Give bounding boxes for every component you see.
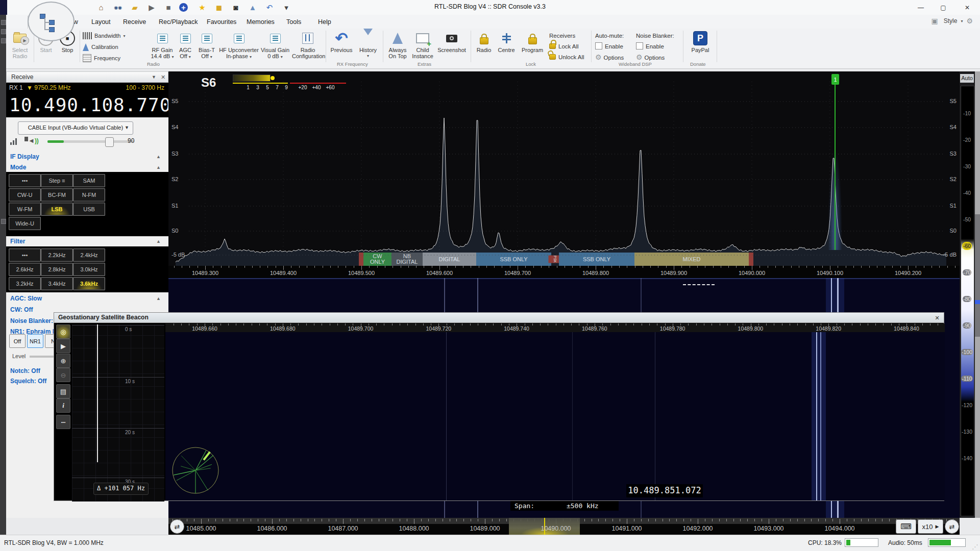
auto-mute-enable-checkbox[interactable]: Enable bbox=[595, 41, 624, 52]
beacon-popup[interactable]: Geostationary Satellite Beacon ✕ ◎▶⊕⊖▤i•… bbox=[54, 312, 944, 501]
cone-icon[interactable]: ▲ bbox=[247, 2, 259, 13]
tab-favourites[interactable]: Favourites bbox=[200, 16, 243, 28]
audio-device-select[interactable]: CABLE Input (VB-Audio Virtual Cable) ▼ bbox=[18, 121, 133, 135]
tuned-frequency[interactable]: 10.490.108.770 bbox=[9, 94, 171, 115]
camera-icon[interactable]: ◙ bbox=[230, 2, 242, 13]
scrollbar-thumb[interactable] bbox=[975, 214, 980, 337]
app-menu-button[interactable] bbox=[28, 2, 75, 41]
scroll-left-button[interactable]: ⇄ bbox=[170, 519, 184, 534]
lock-all-button[interactable]: Lock All bbox=[549, 41, 584, 52]
folder-icon[interactable]: ▰ bbox=[129, 2, 141, 13]
screenshot-button[interactable]: Screenshot bbox=[436, 30, 468, 53]
nr-nr1-button[interactable]: NR1 bbox=[27, 334, 43, 348]
play-icon[interactable]: ▶ bbox=[145, 2, 158, 13]
tuning-marker-line[interactable] bbox=[835, 85, 836, 250]
maximize-button[interactable]: ▢ bbox=[932, 0, 954, 15]
rf-gain-button[interactable]: RF Gain 14.4 dB ▾ bbox=[150, 30, 175, 60]
popup-close-icon[interactable]: ✕ bbox=[933, 314, 941, 322]
info-icon[interactable]: i bbox=[56, 398, 70, 413]
unlock-all-button[interactable]: Unlock All bbox=[549, 52, 584, 63]
mode-button-bc-fm[interactable]: BC-FM bbox=[41, 188, 73, 202]
noise-blanker-enable-checkbox[interactable]: Enable bbox=[636, 41, 674, 52]
calibration-button[interactable]: Calibration bbox=[83, 42, 118, 52]
popup-waterfall[interactable]: 10.489.851.072 bbox=[165, 332, 945, 500]
mode-button-sam[interactable]: SAM bbox=[73, 174, 105, 187]
previous-button[interactable]: ↶ Previous bbox=[329, 30, 354, 53]
agc-button[interactable]: AGC Off ▾ bbox=[176, 30, 195, 60]
always-on-top-button[interactable]: Always On Top bbox=[386, 30, 409, 59]
speaker-icon[interactable]: ◄)) bbox=[24, 137, 39, 144]
tab-rec-playback[interactable]: Rec/Playback bbox=[152, 16, 204, 28]
cw-row[interactable]: CW: Off bbox=[10, 306, 33, 313]
keyboard-entry-button[interactable]: ⌨ bbox=[896, 519, 916, 534]
home-icon[interactable]: ⌂ bbox=[95, 2, 107, 13]
filter-section[interactable]: Filter bbox=[10, 238, 25, 245]
mode-button-lsb[interactable]: LSB bbox=[41, 203, 73, 216]
frequency-button[interactable]: Frequency bbox=[83, 53, 120, 63]
popup-frequency-ruler[interactable]: 10489.66010489.68010489.70010489.7201048… bbox=[165, 323, 945, 332]
add-icon[interactable]: + bbox=[179, 3, 188, 12]
mode-button-n-fm[interactable]: N-FM bbox=[73, 188, 105, 202]
mode-button-w-fm[interactable]: W-FM bbox=[9, 203, 41, 216]
star-icon[interactable]: ★ bbox=[196, 2, 208, 13]
volume-slider[interactable] bbox=[47, 140, 134, 143]
close-button[interactable]: ✕ bbox=[954, 0, 980, 15]
child-instance-button[interactable]: Child Instance bbox=[410, 30, 435, 59]
agc-row[interactable]: AGC: Slow bbox=[10, 295, 42, 302]
collapse-icon[interactable]: ▲ bbox=[156, 239, 161, 244]
lock-program-button[interactable]: Program bbox=[520, 30, 545, 53]
paypal-button[interactable]: P PayPal bbox=[686, 30, 715, 53]
history-button[interactable]: History ▾ bbox=[356, 30, 380, 59]
zoom-in-icon[interactable]: ⊕ bbox=[56, 354, 70, 368]
bias-t-button[interactable]: Bias-T Off ▾ bbox=[196, 30, 217, 60]
zoom-step-button[interactable]: x10▶ bbox=[918, 519, 943, 534]
play-icon[interactable]: ▶ bbox=[56, 339, 70, 353]
lock-radio-button[interactable]: Radio bbox=[474, 30, 494, 53]
filter-button-3.2khz[interactable]: 3.2kHz bbox=[9, 277, 41, 290]
users-icon[interactable]: ◉◉ bbox=[112, 2, 124, 13]
resize-grip[interactable]: ⋰ bbox=[972, 543, 978, 550]
mode-button-cw-u[interactable]: CW-U bbox=[9, 188, 41, 202]
lock-centre-button[interactable]: Centre bbox=[495, 30, 518, 53]
notch-row[interactable]: Notch: Off bbox=[10, 367, 40, 374]
filter-button--[interactable]: ••• bbox=[9, 248, 41, 262]
mode-button-step-[interactable]: Step ≡ bbox=[41, 174, 73, 187]
tab-layout[interactable]: Layout bbox=[85, 16, 117, 28]
filter-button-2.2khz[interactable]: 2.2kHz bbox=[41, 248, 73, 262]
lock-icon[interactable]: ◼ bbox=[213, 2, 225, 13]
tab-tools[interactable]: Tools bbox=[280, 16, 308, 28]
more-icon[interactable]: ▾ bbox=[280, 2, 292, 13]
mode-button-usb[interactable]: USB bbox=[73, 203, 105, 216]
panel-close-icon[interactable]: ✕ bbox=[161, 72, 165, 83]
scroll-right-button[interactable]: ⇄ bbox=[945, 519, 959, 534]
receive-panel-header[interactable]: Receive ▼ ✕ bbox=[6, 71, 168, 83]
stop-icon[interactable]: ■ bbox=[162, 2, 175, 13]
minimize-button[interactable]: — bbox=[910, 0, 932, 15]
nr-off-button[interactable]: Off bbox=[9, 334, 26, 348]
filter-button-3.6khz[interactable]: 3.6kHz bbox=[73, 277, 105, 290]
band-navigation-ruler[interactable]: 10485.00010486.00010487.00010488.0001048… bbox=[168, 518, 960, 535]
spectrum-frequency-ruler[interactable]: 10489.30010489.40010489.50010489.6001048… bbox=[168, 266, 960, 278]
rx-marker-flag[interactable]: 1 bbox=[831, 74, 839, 85]
mode-button-wide-u[interactable]: Wide-U bbox=[9, 217, 41, 230]
lo-frequency[interactable]: ▼ 9750.25 MHz bbox=[27, 84, 71, 91]
style-selector[interactable]: ▣ Style ▾ ⚙ bbox=[932, 17, 975, 25]
rx-label[interactable]: RX 1 bbox=[9, 84, 23, 91]
mode-section[interactable]: Mode bbox=[10, 164, 26, 171]
squelch-row[interactable]: Squelch: Off bbox=[10, 378, 46, 385]
volume-handle[interactable] bbox=[105, 137, 114, 147]
spectrum-display[interactable]: CW ONLYNB DIGITALDIGITALSSB ONLYPSKSSB O… bbox=[168, 71, 960, 266]
filter-button-3.0khz[interactable]: 3.0kHz bbox=[73, 263, 105, 276]
beacon-drift-graph[interactable]: 0 s10 s20 s30 s bbox=[72, 324, 164, 502]
target-icon[interactable]: ◎ bbox=[56, 324, 70, 339]
collapse-icon[interactable]: ▲ bbox=[156, 154, 161, 159]
visual-gain-button[interactable]: Visual Gain 0 dB ▾ bbox=[260, 30, 290, 60]
tab-receive[interactable]: Receive bbox=[116, 16, 153, 28]
radio-configuration-button[interactable]: Radio Configuration bbox=[292, 30, 324, 59]
popup-title[interactable]: Geostationary Satellite Beacon bbox=[54, 313, 944, 323]
zoom-out-icon[interactable]: ⊖ bbox=[56, 368, 70, 382]
more-icon[interactable]: ••• bbox=[56, 415, 70, 429]
hf-upconverter-button[interactable]: HF Upconverter In-phase ▾ bbox=[218, 30, 259, 60]
undo-icon[interactable]: ↶ bbox=[263, 2, 276, 13]
filter-button-3.4khz[interactable]: 3.4kHz bbox=[41, 277, 73, 290]
